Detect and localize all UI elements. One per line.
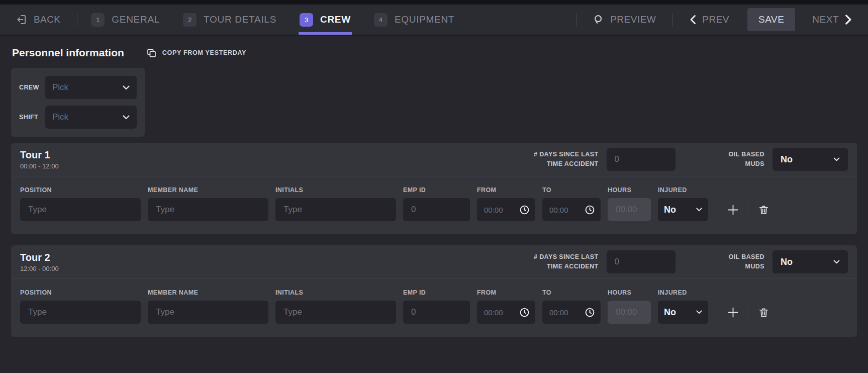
member-name-input[interactable] [148, 198, 268, 221]
oil-based-muds-select[interactable]: No [773, 148, 848, 171]
prev-button[interactable]: PREV [687, 14, 732, 26]
tour-1-panel: Tour 1 00:00 - 12:00 # DAYS SINCE LAST T… [11, 143, 857, 234]
hours-input [608, 198, 651, 221]
column-header: TO [542, 187, 601, 194]
copy-icon [146, 48, 157, 58]
from-time-input[interactable] [484, 308, 519, 317]
from-time-input[interactable] [484, 206, 519, 214]
search-icon [593, 14, 604, 25]
oil-based-muds-label: OIL BASED MUDS [729, 252, 764, 272]
chevron-down-icon [696, 310, 702, 314]
shift-select[interactable]: Pick [45, 106, 137, 129]
app-bar: BACK 1 GENERAL 2 TOUR DETAILS 3 CREW 4 E… [0, 5, 868, 36]
tour-2-title-block: Tour 2 12:00 - 00:00 [20, 252, 59, 272]
chevron-left-icon [690, 15, 696, 25]
column-header: INJURED [658, 187, 708, 194]
chevron-down-icon [123, 85, 130, 90]
tour-title: Tour 1 [20, 149, 59, 161]
divider [77, 13, 77, 27]
shift-label: SHIFT [19, 114, 45, 121]
tour-2-header-controls: # DAYS SINCE LAST TIME ACCIDENT OIL BASE… [534, 250, 848, 273]
tour-time-range: 00:00 - 12:00 [20, 162, 59, 170]
oil-based-muds-value: No [781, 257, 833, 267]
back-icon [16, 14, 28, 26]
from-time-field[interactable] [477, 301, 535, 324]
to-time-field[interactable] [542, 198, 601, 221]
column-header: TO [542, 289, 601, 296]
step-label: CREW [320, 14, 351, 25]
save-button[interactable]: SAVE [747, 8, 795, 31]
position-input[interactable] [20, 198, 141, 221]
step-number-badge: 1 [91, 13, 105, 27]
initials-input[interactable] [275, 301, 396, 324]
clock-icon[interactable] [519, 205, 530, 215]
copy-label: COPY FROM YESTERDAY [162, 49, 246, 56]
prev-label: PREV [702, 14, 729, 25]
injured-value: No [664, 307, 696, 318]
preview-label: PREVIEW [610, 14, 656, 25]
chevron-down-icon [123, 115, 130, 120]
chevron-down-icon [833, 157, 840, 161]
column-header: MEMBER NAME [148, 289, 268, 296]
column-header: EMP ID [403, 187, 470, 194]
column-header: EMP ID [403, 289, 470, 296]
add-row-button[interactable] [724, 201, 741, 218]
divider [576, 13, 576, 27]
hours-input [608, 301, 651, 324]
initials-input[interactable] [275, 198, 396, 221]
member-name-input[interactable] [148, 301, 268, 324]
app-bar-right: PREVIEW PREV SAVE NEXT [562, 5, 855, 35]
tour-1-crew-table: POSITION MEMBER NAME INITIALS EMP ID FRO… [11, 176, 857, 234]
step-general[interactable]: 1 GENERAL [91, 5, 160, 35]
to-time-input[interactable] [549, 308, 585, 317]
step-number-badge: 3 [300, 13, 313, 27]
oil-based-muds-select[interactable]: No [773, 250, 848, 273]
delete-row-button[interactable] [755, 201, 772, 218]
back-button[interactable]: BACK [13, 13, 63, 26]
step-number-badge: 4 [374, 13, 388, 27]
oil-based-muds-label: OIL BASED MUDS [729, 150, 764, 169]
emp-id-input[interactable] [403, 301, 470, 324]
shift-select-value: Pick [52, 112, 123, 122]
row-actions [715, 201, 848, 218]
days-since-accident-input[interactable] [607, 148, 676, 171]
injured-select[interactable]: No [658, 301, 708, 324]
tour-time-range: 12:00 - 00:00 [20, 265, 59, 272]
clock-icon[interactable] [519, 307, 530, 318]
tour-1-header-controls: # DAYS SINCE LAST TIME ACCIDENT OIL BASE… [534, 148, 848, 171]
injured-select[interactable]: No [658, 198, 708, 221]
emp-id-input[interactable] [403, 198, 470, 221]
column-header: POSITION [20, 289, 141, 296]
page-title: Personnel information [12, 47, 124, 59]
step-tour-details[interactable]: 2 TOUR DETAILS [183, 5, 276, 35]
to-time-field[interactable] [542, 301, 601, 324]
trash-icon [758, 204, 769, 216]
clock-icon[interactable] [585, 205, 595, 215]
days-since-accident-input[interactable] [607, 250, 676, 273]
column-header: MEMBER NAME [148, 187, 268, 194]
delete-row-button[interactable] [755, 304, 772, 321]
step-crew-active[interactable]: 3 CREW [300, 5, 351, 35]
tour-1-title-block: Tour 1 00:00 - 12:00 [20, 149, 59, 170]
divider [672, 13, 673, 27]
preview-button[interactable]: PREVIEW [590, 14, 659, 26]
position-input[interactable] [20, 301, 141, 324]
add-row-button[interactable] [724, 304, 741, 321]
wizard-steps: 1 GENERAL 2 TOUR DETAILS 3 CREW 4 EQUIPM… [91, 5, 477, 35]
tour-2-panel: Tour 2 12:00 - 00:00 # DAYS SINCE LAST T… [11, 245, 857, 337]
table-row: No [20, 198, 848, 221]
column-header: INITIALS [275, 187, 396, 194]
back-label: BACK [34, 14, 60, 25]
crew-select[interactable]: Pick [45, 76, 137, 99]
table-header-row: POSITION MEMBER NAME INITIALS EMP ID FRO… [20, 187, 848, 194]
clock-icon[interactable] [585, 307, 595, 318]
chevron-down-icon [833, 260, 840, 264]
crew-row: CREW Pick [19, 76, 137, 99]
copy-from-yesterday-button[interactable]: COPY FROM YESTERDAY [143, 47, 249, 59]
to-time-input[interactable] [549, 206, 585, 214]
from-time-field[interactable] [477, 198, 535, 221]
next-button[interactable]: NEXT [809, 14, 855, 26]
step-equipment[interactable]: 4 EQUIPMENT [374, 5, 454, 35]
step-number-badge: 2 [183, 13, 197, 27]
chevron-right-icon [845, 14, 852, 25]
